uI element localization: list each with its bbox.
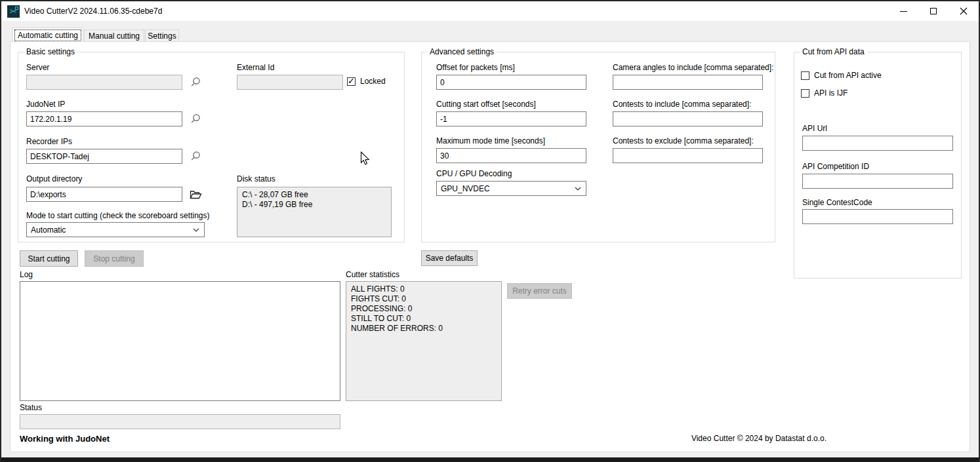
search-icon — [189, 76, 202, 89]
api-competition-id-label: API Competition ID — [802, 162, 869, 171]
recorder-ips-input[interactable] — [26, 149, 182, 164]
minimize-button[interactable] — [888, 1, 918, 21]
locked-checkbox[interactable]: Locked — [347, 77, 386, 86]
search-icon — [189, 113, 202, 126]
checkbox-box — [801, 89, 809, 98]
tab-strip: Automatic cutting Manual cutting Setting… — [1, 28, 979, 42]
title-bar: ✂ Video CutterV2 2024.11.06.35-cdebe7d — [1, 1, 979, 21]
single-contestcode-label: Single ContestCode — [802, 198, 872, 207]
checkbox-box — [347, 77, 356, 86]
close-button[interactable] — [949, 1, 979, 21]
api-competition-id-input[interactable] — [802, 174, 953, 189]
cutter-statistics-box: ALL FIGHTS: 0 FIGHTS CUT: 0 PROCESSING: … — [346, 281, 502, 401]
disk-status-box: C:\ - 28,07 GB free D:\ - 497,19 GB free — [237, 187, 392, 237]
log-box[interactable] — [20, 281, 340, 401]
tab-settings[interactable]: Settings — [145, 29, 179, 42]
cut-from-api-active-checkbox[interactable]: Cut from API active — [801, 71, 882, 80]
offset-packets-label: Offset for packets [ms] — [436, 63, 515, 72]
mode-label: Mode to start cutting (check the scorebo… — [26, 211, 209, 220]
cutting-start-offset-input[interactable] — [436, 111, 586, 126]
camera-angles-label: Camera angles to include [comma separate… — [613, 63, 773, 72]
mode-select-value: Automatic — [31, 225, 66, 235]
contests-exclude-input[interactable] — [613, 148, 763, 163]
api-is-ijf-checkbox[interactable]: API is IJF — [801, 88, 847, 98]
cutting-start-offset-label: Cutting start offset [seconds] — [436, 100, 536, 109]
mode-select[interactable]: Automatic — [26, 222, 205, 237]
recorder-search-button[interactable] — [188, 149, 203, 164]
offset-packets-input[interactable] — [436, 75, 586, 90]
api-is-ijf-label: API is IJF — [814, 88, 847, 98]
output-directory-input[interactable] — [26, 187, 182, 202]
status-input[interactable] — [20, 414, 340, 429]
locked-checkbox-label: Locked — [360, 77, 386, 86]
recorder-ips-label: Recorder IPs — [26, 137, 72, 146]
maximize-icon — [930, 8, 937, 14]
maximum-mode-time-label: Maximum mode time [seconds] — [436, 136, 545, 145]
basic-settings-group-label: Basic settings — [24, 47, 77, 56]
server-search-button[interactable] — [188, 75, 203, 90]
app-icon: ✂ — [7, 5, 20, 18]
maximize-button[interactable] — [918, 1, 949, 21]
tab-label: Settings — [148, 31, 176, 41]
save-defaults-button[interactable]: Save defaults — [421, 250, 478, 266]
chevron-down-icon — [193, 228, 199, 232]
contests-exclude-label: Contests to exclude [comma separated]: — [613, 136, 754, 145]
api-url-label: API Url — [802, 124, 827, 133]
checkbox-box — [801, 71, 809, 80]
advanced-settings-group-label: Advanced settings — [427, 47, 497, 56]
external-id-label: External Id — [237, 63, 274, 72]
minimize-icon — [900, 11, 907, 12]
app-window: ✂ Video CutterV2 2024.11.06.35-cdebe7d A… — [0, 0, 980, 462]
working-mode-text: Working with JudoNet — [20, 434, 110, 444]
server-label: Server — [26, 63, 49, 72]
window-title: Video CutterV2 2024.11.06.35-cdebe7d — [24, 7, 162, 16]
cut-from-api-group-label: Cut from API data — [800, 47, 867, 56]
judonet-ip-label: JudoNet IP — [26, 100, 65, 109]
camera-angles-input[interactable] — [613, 75, 763, 90]
folder-icon — [190, 189, 202, 200]
tab-label: Manual cutting — [89, 31, 140, 41]
stop-cutting-button[interactable]: Stop cutting — [85, 250, 144, 267]
start-cutting-button[interactable]: Start cutting — [20, 250, 78, 267]
server-input[interactable] — [26, 75, 182, 90]
judonet-ip-input[interactable] — [26, 111, 182, 126]
cutter-statistics-label: Cutter statistics — [346, 270, 399, 279]
search-icon — [189, 150, 202, 163]
disk-status-label: Disk status — [237, 174, 276, 183]
browse-folder-button[interactable] — [188, 187, 203, 202]
contests-include-input[interactable] — [613, 111, 763, 126]
chevron-down-icon — [575, 187, 581, 191]
copyright-text: Video Cutter © 2024 by Datastat d.o.o. — [630, 434, 827, 443]
decoding-select[interactable]: GPU_NVDEC — [436, 181, 586, 196]
status-label: Status — [20, 403, 42, 412]
maximum-mode-time-input[interactable] — [436, 148, 586, 163]
retry-error-cuts-button[interactable]: Retry error cuts — [507, 283, 572, 299]
api-url-input[interactable] — [802, 136, 953, 151]
single-contestcode-input[interactable] — [802, 209, 953, 224]
cut-from-api-active-label: Cut from API active — [814, 71, 882, 80]
external-id-input[interactable] — [237, 75, 343, 90]
log-label: Log — [20, 270, 33, 279]
window-bottom-edge — [1, 457, 979, 462]
tab-focus-rect — [14, 29, 81, 41]
decoding-select-value: GPU_NVDEC — [441, 184, 490, 193]
contests-include-label: Contests to include [comma separated]: — [613, 100, 751, 109]
tab-manual-cutting[interactable]: Manual cutting — [84, 29, 144, 42]
close-icon — [960, 7, 968, 15]
judonet-search-button[interactable] — [188, 112, 203, 126]
decoding-label: CPU / GPU Decoding — [436, 169, 512, 178]
app-icon-square — [15, 7, 18, 10]
output-directory-label: Output directory — [26, 174, 82, 183]
tab-automatic-cutting[interactable]: Automatic cutting — [12, 28, 83, 42]
